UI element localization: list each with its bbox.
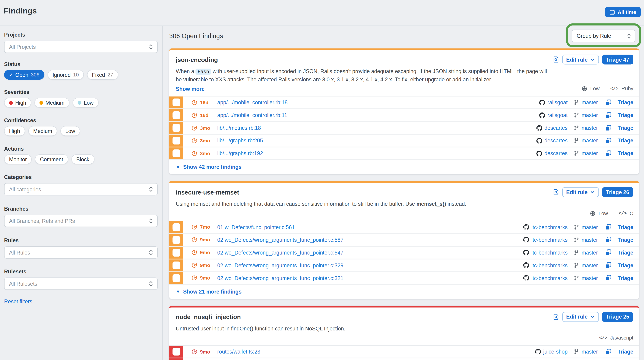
- branch-link[interactable]: master: [582, 237, 598, 243]
- row-checkbox[interactable]: [172, 137, 180, 145]
- reset-filters-link[interactable]: Reset filters: [4, 299, 32, 305]
- projects-select[interactable]: All Projects: [4, 40, 158, 53]
- status-pill-open[interactable]: ✓Open306: [4, 70, 44, 80]
- row-checkbox[interactable]: [172, 98, 180, 106]
- triage-link[interactable]: Triage: [618, 275, 633, 281]
- row-checkbox[interactable]: [172, 249, 180, 256]
- rulesets-select[interactable]: All Rulesets: [4, 278, 158, 290]
- copy-icon[interactable]: [605, 99, 612, 106]
- triage-all-button[interactable]: Triage 25: [602, 312, 633, 322]
- triage-link[interactable]: Triage: [618, 125, 633, 131]
- finding-path-link[interactable]: lib/.../graphs.rb:205: [217, 137, 263, 144]
- confidence-pill-low[interactable]: Low: [60, 126, 80, 136]
- repo-link[interactable]: descartes: [544, 125, 568, 131]
- copy-icon[interactable]: [605, 125, 612, 131]
- repo-link[interactable]: itc-benchmarks: [532, 237, 568, 243]
- triage-link[interactable]: Triage: [618, 237, 633, 243]
- finding-age: 9mo: [200, 349, 213, 355]
- view-rule-icon[interactable]: [553, 189, 559, 196]
- edit-rule-button[interactable]: Edit rule: [562, 312, 599, 322]
- action-pill-monitor[interactable]: Monitor: [4, 154, 32, 164]
- triage-link[interactable]: Triage: [618, 249, 633, 256]
- triage-link[interactable]: Triage: [618, 262, 633, 268]
- row-checkbox[interactable]: [172, 274, 180, 282]
- repo-link[interactable]: descartes: [544, 137, 568, 144]
- repo-link[interactable]: descartes: [544, 150, 568, 156]
- copy-icon[interactable]: [605, 224, 612, 230]
- copy-icon[interactable]: [605, 348, 612, 355]
- finding-path-link[interactable]: app/.../mobile_controller.rb:18: [217, 99, 288, 105]
- triage-link[interactable]: Triage: [618, 112, 633, 118]
- branch-link[interactable]: master: [582, 125, 598, 131]
- repo-link[interactable]: itc-benchmarks: [532, 224, 568, 230]
- row-checkbox[interactable]: [172, 261, 180, 269]
- branch-link[interactable]: master: [582, 275, 598, 281]
- repo-link[interactable]: itc-benchmarks: [532, 249, 568, 256]
- action-pill-block[interactable]: Block: [72, 154, 94, 164]
- copy-icon[interactable]: [605, 262, 612, 269]
- all-time-button[interactable]: All time: [605, 7, 641, 17]
- edit-rule-button[interactable]: Edit rule: [562, 54, 599, 64]
- group-by-select[interactable]: Group by Rule: [572, 29, 636, 42]
- row-checkbox[interactable]: [172, 111, 180, 119]
- confidence-pill-medium[interactable]: Medium: [28, 126, 57, 136]
- branch-link[interactable]: master: [582, 262, 598, 268]
- show-more-findings[interactable]: ▼Show 21 more findings: [169, 285, 639, 299]
- copy-icon[interactable]: [605, 150, 612, 157]
- repo-link[interactable]: itc-benchmarks: [532, 275, 568, 281]
- view-rule-icon[interactable]: [553, 314, 559, 320]
- row-checkbox[interactable]: [172, 348, 180, 356]
- branch-link[interactable]: master: [582, 137, 598, 144]
- branches-select[interactable]: All Branches, Refs and PRs: [4, 215, 158, 227]
- triage-link[interactable]: Triage: [618, 150, 633, 156]
- triage-link[interactable]: Triage: [618, 349, 633, 355]
- finding-path-link[interactable]: lib/.../graphs.rb:192: [217, 150, 263, 156]
- row-checkbox[interactable]: [172, 223, 180, 231]
- view-rule-icon[interactable]: [553, 56, 559, 63]
- action-pill-comment[interactable]: Comment: [35, 154, 68, 164]
- triage-all-button[interactable]: Triage 47: [602, 54, 633, 64]
- finding-path-link[interactable]: 02.wo_Defects/wrong_arguments_func_point…: [217, 237, 344, 243]
- repo-link[interactable]: railsgoat: [548, 112, 568, 118]
- finding-path-link[interactable]: 02.wo_Defects/wrong_arguments_func_point…: [217, 262, 344, 268]
- row-checkbox[interactable]: [172, 236, 180, 244]
- show-more-findings[interactable]: ▼Show 42 more findings: [169, 160, 639, 174]
- finding-path-link[interactable]: lib/.../metrics.rb:18: [217, 125, 261, 131]
- status-pill-ignored[interactable]: Ignored10: [48, 70, 84, 80]
- finding-path-link[interactable]: app/.../mobile_controller.rb:11: [217, 112, 287, 118]
- edit-rule-button[interactable]: Edit rule: [562, 187, 599, 197]
- severity-pill-high[interactable]: High: [4, 98, 31, 108]
- status-pill-fixed[interactable]: Fixed27: [87, 70, 118, 80]
- copy-icon[interactable]: [605, 275, 612, 281]
- show-more-link[interactable]: Show more: [176, 85, 204, 92]
- confidence-pill-high[interactable]: High: [4, 126, 25, 136]
- branch-link[interactable]: master: [582, 99, 598, 105]
- branch-link[interactable]: master: [582, 112, 598, 118]
- triage-link[interactable]: Triage: [618, 99, 633, 105]
- triage-all-button[interactable]: Triage 26: [602, 187, 633, 197]
- repo-link[interactable]: itc-benchmarks: [532, 262, 568, 268]
- repo-link[interactable]: railsgoat: [548, 99, 568, 105]
- finding-path-link[interactable]: routes/wallet.ts:23: [217, 349, 260, 355]
- branch-link[interactable]: master: [582, 150, 598, 156]
- severity-stripe: [169, 359, 183, 360]
- copy-icon[interactable]: [605, 237, 612, 243]
- categories-select[interactable]: All categories: [4, 183, 158, 195]
- branch-link[interactable]: master: [582, 224, 598, 230]
- branch-link[interactable]: master: [582, 249, 598, 256]
- copy-icon[interactable]: [605, 137, 612, 144]
- triage-link[interactable]: Triage: [618, 137, 633, 144]
- triage-link[interactable]: Triage: [618, 224, 633, 230]
- severity-pill-medium[interactable]: Medium: [34, 98, 70, 108]
- rules-select[interactable]: All Rules: [4, 246, 158, 259]
- row-checkbox[interactable]: [172, 124, 180, 132]
- branch-link[interactable]: master: [582, 349, 598, 355]
- finding-path-link[interactable]: 01.w_Defects/func_pointer.c:561: [217, 224, 295, 230]
- row-checkbox[interactable]: [172, 149, 180, 157]
- copy-icon[interactable]: [605, 112, 612, 119]
- copy-icon[interactable]: [605, 249, 612, 256]
- finding-path-link[interactable]: 02.wo_Defects/wrong_arguments_func_point…: [217, 249, 344, 256]
- finding-path-link[interactable]: 02.wo_Defects/wrong_arguments_func_point…: [217, 275, 344, 281]
- repo-link[interactable]: juice-shop: [543, 349, 568, 355]
- severity-pill-low[interactable]: Low: [72, 98, 98, 108]
